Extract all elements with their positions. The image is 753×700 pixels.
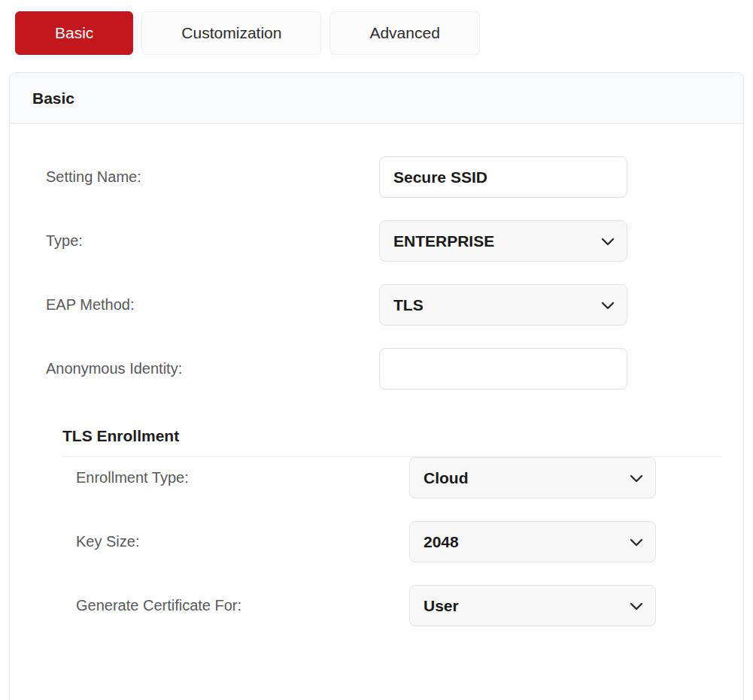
tab-customization[interactable]: Customization [141,11,321,55]
form-row-enrollment-type: Enrollment Type: Cloud [76,457,722,498]
generate-certificate-for-label: Generate Certificate For: [76,597,409,614]
generate-certificate-for-select-wrap: User [409,585,656,626]
eap-method-select-wrap: TLS [379,284,627,326]
tls-enrollment-section: TLS Enrollment Enrollment Type: Cloud Ke… [62,427,722,626]
type-label: Type: [46,232,379,250]
anonymous-identity-label: Anonymous Identity: [46,360,379,377]
panel-header: Basic [10,73,743,124]
eap-method-select[interactable]: TLS [379,284,627,326]
basic-panel: Basic Setting Name: Type: ENTERPRISE EAP… [9,72,744,700]
key-size-select[interactable]: 2048 [409,521,656,562]
generate-certificate-for-select[interactable]: User [409,585,656,626]
form-row-anonymous-identity: Anonymous Identity: [46,348,743,389]
form-row-key-size: Key Size: 2048 [76,521,722,562]
enrollment-type-label: Enrollment Type: [76,469,409,486]
type-select[interactable]: ENTERPRISE [379,220,627,262]
form-row-generate-certificate-for: Generate Certificate For: User [76,585,722,626]
key-size-label: Key Size: [76,533,409,550]
setting-name-label: Setting Name: [46,168,379,186]
eap-method-label: EAP Method: [46,296,379,314]
form-row-eap-method: EAP Method: TLS [46,284,743,326]
tab-basic[interactable]: Basic [15,11,133,55]
tab-bar: Basic Customization Advanced [0,0,753,55]
panel-title: Basic [32,89,74,108]
key-size-select-wrap: 2048 [409,521,656,562]
form-row-type: Type: ENTERPRISE [46,220,743,262]
tab-advanced[interactable]: Advanced [329,11,479,55]
anonymous-identity-input[interactable] [379,348,627,389]
setting-name-input[interactable] [379,156,627,198]
panel-body: Setting Name: Type: ENTERPRISE EAP Metho… [10,124,743,671]
form-row-setting-name: Setting Name: [46,156,743,198]
type-select-wrap: ENTERPRISE [379,220,627,262]
enrollment-type-select-wrap: Cloud [409,457,656,498]
enrollment-type-select[interactable]: Cloud [409,457,656,498]
tls-enrollment-title: TLS Enrollment [62,427,722,445]
